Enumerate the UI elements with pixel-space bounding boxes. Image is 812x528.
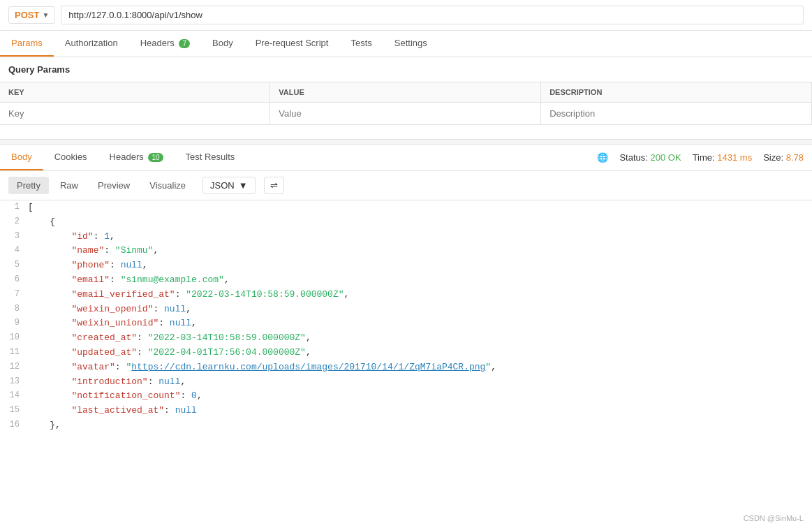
line-content: "introduction": null,: [28, 375, 812, 390]
line-content: "created_at": "2022-03-14T10:58:59.00000…: [28, 331, 812, 346]
line-content: {: [28, 215, 812, 230]
line-number: 7: [0, 288, 28, 301]
view-tab-visualize[interactable]: Visualize: [141, 177, 194, 194]
line-content: "updated_at": "2022-04-01T17:56:04.00000…: [28, 346, 812, 360]
json-line: 7 "email_verified_at": "2022-03-14T10:58…: [0, 288, 812, 302]
tab-test-results[interactable]: Test Results: [175, 145, 246, 170]
line-number: 3: [0, 230, 28, 243]
line-number: 4: [0, 244, 28, 257]
tab-settings[interactable]: Settings: [383, 31, 438, 57]
col-description: DESCRIPTION: [541, 82, 812, 103]
section-divider: [0, 139, 812, 145]
format-select[interactable]: JSON ▼: [202, 177, 256, 194]
line-content: "email_verified_at": "2022-03-14T10:58:5…: [28, 288, 812, 302]
json-line: 16 },: [0, 418, 812, 433]
json-line: 12 "avatar": "https://cdn.learnku.com/up…: [0, 360, 812, 375]
line-content: "avatar": "https://cdn.learnku.com/uploa…: [28, 360, 812, 375]
line-number: 6: [0, 273, 28, 286]
line-number: 9: [0, 316, 28, 330]
response-status: 🌐 Status: 200 OK Time: 1431 ms Size: 8.7…: [597, 152, 812, 163]
json-line: 5 "phone": null,: [0, 258, 812, 273]
tab-authorization[interactable]: Authorization: [54, 31, 129, 57]
globe-icon: 🌐: [597, 152, 608, 163]
line-content: "last_actived_at": null: [28, 404, 812, 418]
json-line: 14 "notification_count": 0,: [0, 389, 812, 404]
request-tabs: Params Authorization Headers 7 Body Pre-…: [0, 31, 812, 57]
param-description-input[interactable]: [549, 108, 803, 119]
line-number: 10: [0, 331, 28, 344]
col-key: KEY: [0, 82, 270, 103]
line-content: [: [28, 200, 812, 215]
line-number: 14: [0, 389, 28, 402]
json-viewer: 1[2 {3 "id": 1,4 "name": "Sinmu",5 "phon…: [0, 200, 812, 433]
col-value: VALUE: [270, 82, 541, 103]
json-line: 9 "weixin_unionid": null,: [0, 316, 812, 331]
line-content: "notification_count": 0,: [28, 389, 812, 404]
status-label: Status: 200 OK: [619, 152, 681, 163]
headers-badge: 7: [179, 39, 190, 48]
method-select[interactable]: POST ▼: [8, 6, 55, 24]
line-content: "id": 1,: [28, 230, 812, 244]
line-content: "email": "sinmu@example.com",: [28, 273, 812, 288]
line-number: 8: [0, 302, 28, 316]
line-number: 2: [0, 215, 28, 228]
line-number: 1: [0, 200, 28, 214]
line-content: },: [28, 418, 812, 433]
line-number: 13: [0, 375, 28, 388]
view-tab-preview[interactable]: Preview: [89, 177, 138, 194]
params-table: KEY VALUE DESCRIPTION: [0, 82, 812, 125]
view-tab-raw[interactable]: Raw: [52, 177, 87, 194]
tab-headers[interactable]: Headers 7: [129, 31, 201, 57]
view-tab-pretty[interactable]: Pretty: [8, 177, 49, 194]
param-value-input[interactable]: [279, 108, 532, 119]
line-content: "weixin_openid": null,: [28, 302, 812, 317]
response-tabs: Body Cookies Headers 10 Test Results 🌐 S…: [0, 145, 812, 171]
tab-body[interactable]: Body: [201, 31, 244, 57]
query-params-header: Query Params: [0, 57, 812, 82]
tab-cookies[interactable]: Cookies: [43, 145, 98, 170]
wrap-button[interactable]: ⇌: [264, 177, 284, 194]
param-key-input[interactable]: [8, 108, 261, 119]
line-number: 12: [0, 360, 28, 374]
tab-body-response[interactable]: Body: [0, 145, 43, 170]
view-tabs: Pretty Raw Preview Visualize JSON ▼ ⇌: [0, 171, 812, 200]
json-line: 4 "name": "Sinmu",: [0, 244, 812, 258]
json-line: 15 "last_actived_at": null: [0, 404, 812, 418]
format-chevron-icon: ▼: [239, 180, 248, 191]
line-content: "weixin_unionid": null,: [28, 316, 812, 331]
param-row: [0, 103, 812, 125]
tab-params[interactable]: Params: [0, 31, 54, 57]
format-label: JSON: [210, 180, 235, 191]
tab-tests[interactable]: Tests: [339, 31, 383, 57]
json-line: 8 "weixin_openid": null,: [0, 302, 812, 317]
json-line: 11 "updated_at": "2022-04-01T17:56:04.00…: [0, 346, 812, 360]
line-number: 5: [0, 258, 28, 272]
json-line: 13 "introduction": null,: [0, 375, 812, 390]
line-content: "name": "Sinmu",: [28, 244, 812, 258]
line-number: 15: [0, 404, 28, 417]
time-label: Time: 1431 ms: [693, 152, 753, 163]
tab-pre-request-script[interactable]: Pre-request Script: [244, 31, 340, 57]
line-number: 11: [0, 346, 28, 359]
json-line: 10 "created_at": "2022-03-14T10:58:59.00…: [0, 331, 812, 346]
json-line: 6 "email": "sinmu@example.com",: [0, 273, 812, 288]
response-headers-badge: 10: [148, 153, 163, 162]
json-line: 2 {: [0, 215, 812, 230]
wrap-icon: ⇌: [270, 180, 278, 191]
json-line: 1[: [0, 200, 812, 215]
method-chevron-icon: ▼: [42, 11, 49, 19]
url-input[interactable]: [61, 6, 804, 24]
status-value: 200 OK: [651, 152, 681, 163]
line-number: 16: [0, 418, 28, 432]
size-value: 8.78: [786, 152, 804, 163]
line-content: "phone": null,: [28, 258, 812, 273]
size-label: Size: 8.78: [763, 152, 804, 163]
method-label: POST: [15, 10, 39, 20]
tab-headers-response[interactable]: Headers 10: [98, 145, 175, 170]
url-bar: POST ▼: [0, 0, 812, 31]
json-line: 3 "id": 1,: [0, 230, 812, 244]
time-value: 1431 ms: [717, 152, 752, 163]
